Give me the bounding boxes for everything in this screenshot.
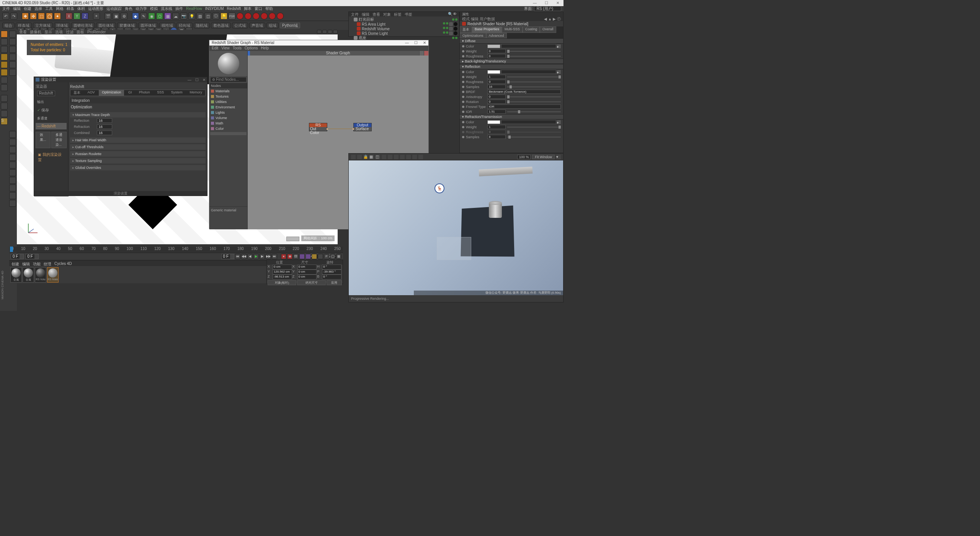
vp-panel[interactable]: 面板 <box>77 30 84 34</box>
refl-rough[interactable]: 0 <box>487 80 506 84</box>
refr-weight[interactable]: 1 <box>487 125 506 129</box>
tool-14-icon[interactable] <box>9 185 16 191</box>
edge-mode-icon[interactable] <box>1 61 8 68</box>
render-settings-icon[interactable]: ⚙ <box>121 13 127 20</box>
tool-11-icon[interactable] <box>9 162 16 168</box>
menu-tracking[interactable]: 运动跟踪 <box>106 6 122 11</box>
sg-cat-utilities[interactable]: Utilities <box>209 99 247 105</box>
vp-nav-3-icon[interactable] <box>328 30 332 34</box>
field-sound[interactable]: 声音域 <box>249 23 265 28</box>
generator-icon[interactable]: ⬡ <box>156 13 163 20</box>
rec-6-icon[interactable] <box>277 13 284 20</box>
key-param-icon[interactable]: P <box>324 254 329 259</box>
menu-edit[interactable]: 编辑 <box>13 6 21 11</box>
sec-backlight[interactable]: Back-lighting/Translucency <box>460 59 563 64</box>
rs-tab-aov[interactable]: AOV <box>85 90 98 96</box>
key-p-icon[interactable] <box>299 254 305 259</box>
render-settings-window[interactable]: 渲染设置 — ☐ ✕ 渲染器 Redshift 输出 ✓ 保存 多通道 — Re… <box>34 77 207 196</box>
range-start-a[interactable]: 0 F <box>11 254 24 259</box>
tool-6-icon[interactable] <box>9 69 16 76</box>
sg-cat-textures[interactable]: Textures <box>209 94 247 99</box>
sg-close-icon[interactable]: ✕ <box>423 40 426 46</box>
menu-tools[interactable]: 工具 <box>45 6 53 11</box>
coord-Z-size[interactable]: 0 cm <box>297 275 317 279</box>
rv-a-icon[interactable] <box>382 155 386 159</box>
rs-item-multipass[interactable]: 多通道 <box>36 115 67 122</box>
sg-cat-materials[interactable]: Materials <box>209 88 247 94</box>
key-s-icon[interactable] <box>305 254 311 259</box>
coord-Z-rot[interactable]: 0 ° <box>322 275 341 279</box>
render-view-icon[interactable]: 🎬 <box>105 13 111 20</box>
rs-close-icon[interactable]: ✕ <box>203 78 206 82</box>
rv-alpha-icon[interactable]: ◫ <box>376 155 380 159</box>
next-frame-icon[interactable]: ▶ <box>260 254 265 259</box>
attr-tab-base[interactable]: Base Properties <box>472 26 502 33</box>
sec-diffuse[interactable]: Diffuse <box>460 38 563 44</box>
sg-search-input[interactable]: ⚙ Find Nodes... <box>210 77 247 82</box>
sg-scroll-icon[interactable] <box>419 51 424 56</box>
key-r-icon[interactable] <box>312 254 317 259</box>
attr-tab-adv[interactable]: Advanced <box>486 33 507 38</box>
play-icon[interactable]: ▶ <box>253 254 259 259</box>
om-search-icon[interactable]: 🔍 <box>448 12 452 16</box>
sg-slider[interactable] <box>210 132 247 135</box>
scale-tool-icon[interactable]: ⬚ <box>38 13 45 20</box>
refr-samples-slider[interactable] <box>507 137 561 137</box>
om-bookmark[interactable]: 书签 <box>405 12 412 16</box>
tool-10-icon[interactable] <box>9 154 16 161</box>
sg-maximize-icon[interactable]: ☐ <box>414 40 418 46</box>
axis-mode-icon[interactable] <box>1 77 8 83</box>
rv-fit-button[interactable]: Fit Window <box>532 155 555 159</box>
rv-zoom-input[interactable]: 100 % <box>517 155 531 159</box>
material-slot-2[interactable]: 金属 <box>23 267 34 283</box>
z-axis-icon[interactable]: Z <box>82 13 88 20</box>
attr-tab-overall[interactable]: Overall <box>540 26 556 33</box>
rs-multipass-button[interactable]: 多通道音染... <box>51 132 67 148</box>
refl-weight[interactable]: 1 <box>487 75 506 79</box>
key-extra-icon[interactable]: ▦ <box>336 254 341 259</box>
vp-nav-2-icon[interactable] <box>322 30 327 34</box>
field-random[interactable]: 随机域 <box>194 23 210 28</box>
coord-apply-button[interactable]: 应用 <box>327 280 342 285</box>
material-slot-3[interactable]: RS Volu <box>35 267 46 283</box>
field-group2[interactable]: 组域 <box>266 23 279 28</box>
coord-Y-size[interactable]: 0 cm <box>297 270 317 275</box>
coord-mode-2[interactable]: 绝对尺寸 <box>297 280 326 285</box>
menu-plugins[interactable]: 插件 <box>175 6 183 11</box>
diffuse-weight[interactable]: 0 <box>487 49 506 53</box>
tool-1-icon[interactable] <box>9 31 16 38</box>
refl-fresnel-dropdown[interactable]: IOR <box>487 105 561 109</box>
refl-samples[interactable]: 16 <box>487 85 506 89</box>
y-axis-icon[interactable]: Y <box>74 13 80 20</box>
rs-renderer-dropdown[interactable]: Redshift <box>37 91 55 96</box>
last-tool-icon[interactable]: ✦ <box>54 13 61 20</box>
rv-b-icon[interactable] <box>388 155 392 159</box>
rec-1-icon[interactable] <box>237 13 243 20</box>
point-mode-icon[interactable] <box>1 54 8 60</box>
tool-2-icon[interactable] <box>9 38 16 45</box>
vp-filter[interactable]: 过滤 <box>66 30 74 34</box>
rv-g-icon[interactable] <box>418 155 423 159</box>
refr-samples[interactable]: 8 <box>487 135 506 139</box>
tool-3-icon[interactable] <box>9 46 16 53</box>
menu-script[interactable]: 脚本 <box>244 6 252 11</box>
rec-3-icon[interactable] <box>253 13 260 20</box>
node-output[interactable]: Output Surface <box>353 123 372 131</box>
menu-redshift[interactable]: Redshift <box>227 6 241 11</box>
refr-picker-icon[interactable]: ▸ <box>557 120 561 124</box>
sg-cat-color[interactable]: Color <box>209 126 247 131</box>
diffuse-weight-slider[interactable] <box>507 51 561 52</box>
psr-icon[interactable]: PSR <box>229 13 235 20</box>
rs-effects-button[interactable]: 效果... <box>36 132 51 148</box>
refl-picker-icon[interactable]: ▸ <box>557 70 561 74</box>
field-group[interactable]: 组合 <box>2 23 15 28</box>
rv-e-icon[interactable] <box>406 155 411 159</box>
menu-select[interactable]: 选择 <box>34 6 42 11</box>
sg-close-canvas-icon[interactable] <box>424 51 428 56</box>
rs-tab-gi[interactable]: GI <box>125 90 135 96</box>
menu-dynamics[interactable]: 动力学 <box>136 6 147 11</box>
menu-help[interactable]: 帮助 <box>265 6 273 11</box>
refr-rough-slider[interactable] <box>507 132 561 132</box>
prev-frame-icon[interactable]: ◀ <box>247 254 253 259</box>
uv-mode-icon[interactable] <box>1 84 8 91</box>
